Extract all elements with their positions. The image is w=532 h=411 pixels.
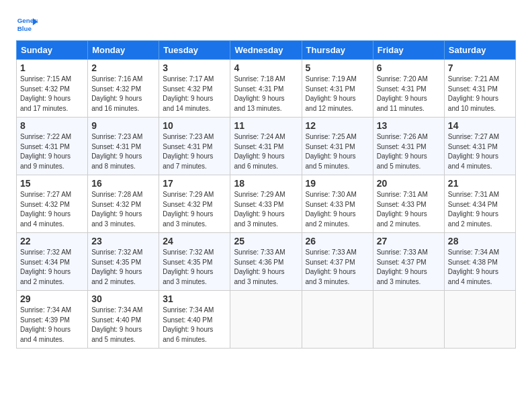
day-number: 7 [448, 62, 512, 73]
page-header: General Blue [16, 13, 516, 35]
calendar-cell [230, 291, 302, 349]
day-info: Sunrise: 7:25 AM Sunset: 4:31 PM Dayligh… [306, 132, 369, 171]
calendar-week-4: 22Sunrise: 7:32 AM Sunset: 4:34 PM Dayli… [17, 233, 516, 291]
day-number: 28 [448, 236, 512, 246]
calendar-cell: 9Sunrise: 7:23 AM Sunset: 4:31 PM Daylig… [88, 118, 159, 175]
day-number: 4 [234, 62, 298, 73]
calendar-cell: 2Sunrise: 7:16 AM Sunset: 4:32 PM Daylig… [88, 60, 159, 118]
day-number: 14 [448, 120, 512, 131]
day-number: 1 [20, 62, 84, 73]
calendar-cell: 20Sunrise: 7:31 AM Sunset: 4:33 PM Dayli… [373, 175, 444, 233]
day-info: Sunrise: 7:31 AM Sunset: 4:33 PM Dayligh… [377, 190, 441, 229]
calendar-cell: 14Sunrise: 7:27 AM Sunset: 4:31 PM Dayli… [444, 118, 515, 175]
calendar-week-2: 8Sunrise: 7:22 AM Sunset: 4:31 PM Daylig… [17, 118, 516, 175]
calendar-cell: 17Sunrise: 7:29 AM Sunset: 4:32 PM Dayli… [159, 175, 230, 233]
day-number: 15 [20, 178, 84, 189]
calendar-cell: 7Sunrise: 7:21 AM Sunset: 4:31 PM Daylig… [444, 60, 515, 118]
calendar-cell: 21Sunrise: 7:31 AM Sunset: 4:34 PM Dayli… [444, 175, 515, 233]
day-info: Sunrise: 7:26 AM Sunset: 4:31 PM Dayligh… [377, 132, 441, 171]
day-info: Sunrise: 7:29 AM Sunset: 4:32 PM Dayligh… [163, 190, 226, 229]
day-info: Sunrise: 7:20 AM Sunset: 4:31 PM Dayligh… [377, 75, 441, 113]
day-number: 26 [306, 236, 369, 246]
day-number: 2 [91, 62, 155, 73]
day-info: Sunrise: 7:33 AM Sunset: 4:36 PM Dayligh… [234, 248, 298, 287]
day-info: Sunrise: 7:27 AM Sunset: 4:32 PM Dayligh… [20, 190, 84, 229]
day-info: Sunrise: 7:34 AM Sunset: 4:39 PM Dayligh… [20, 306, 84, 345]
day-number: 10 [163, 120, 226, 131]
day-header-monday: Monday [88, 41, 159, 60]
calendar-cell: 11Sunrise: 7:24 AM Sunset: 4:31 PM Dayli… [230, 118, 302, 175]
day-number: 23 [91, 236, 155, 246]
day-info: Sunrise: 7:21 AM Sunset: 4:31 PM Dayligh… [448, 75, 512, 113]
calendar-header-row: SundayMondayTuesdayWednesdayThursdayFrid… [17, 41, 516, 60]
calendar-cell: 24Sunrise: 7:32 AM Sunset: 4:35 PM Dayli… [159, 233, 230, 291]
calendar-cell: 22Sunrise: 7:32 AM Sunset: 4:34 PM Dayli… [17, 233, 88, 291]
calendar-week-3: 15Sunrise: 7:27 AM Sunset: 4:32 PM Dayli… [17, 175, 516, 233]
calendar-cell: 5Sunrise: 7:19 AM Sunset: 4:31 PM Daylig… [302, 60, 373, 118]
day-info: Sunrise: 7:33 AM Sunset: 4:37 PM Dayligh… [377, 248, 441, 287]
logo: General Blue [16, 13, 38, 35]
day-info: Sunrise: 7:29 AM Sunset: 4:33 PM Dayligh… [234, 190, 298, 229]
day-info: Sunrise: 7:32 AM Sunset: 4:35 PM Dayligh… [163, 248, 226, 287]
calendar-cell: 10Sunrise: 7:23 AM Sunset: 4:31 PM Dayli… [159, 118, 230, 175]
day-number: 13 [377, 120, 441, 131]
calendar-cell: 12Sunrise: 7:25 AM Sunset: 4:31 PM Dayli… [302, 118, 373, 175]
calendar-cell: 28Sunrise: 7:34 AM Sunset: 4:38 PM Dayli… [444, 233, 515, 291]
calendar-cell: 23Sunrise: 7:32 AM Sunset: 4:35 PM Dayli… [88, 233, 159, 291]
calendar-cell: 3Sunrise: 7:17 AM Sunset: 4:32 PM Daylig… [159, 60, 230, 118]
day-number: 16 [91, 178, 155, 189]
day-header-wednesday: Wednesday [230, 41, 302, 60]
day-number: 6 [377, 62, 441, 73]
calendar-cell: 25Sunrise: 7:33 AM Sunset: 4:36 PM Dayli… [230, 233, 302, 291]
day-info: Sunrise: 7:32 AM Sunset: 4:34 PM Dayligh… [20, 248, 84, 287]
day-info: Sunrise: 7:18 AM Sunset: 4:31 PM Dayligh… [234, 75, 298, 113]
day-header-saturday: Saturday [444, 41, 515, 60]
day-number: 8 [20, 120, 84, 131]
day-info: Sunrise: 7:28 AM Sunset: 4:32 PM Dayligh… [91, 190, 155, 229]
day-number: 21 [448, 178, 512, 189]
day-number: 9 [91, 120, 155, 131]
day-info: Sunrise: 7:17 AM Sunset: 4:32 PM Dayligh… [163, 75, 226, 113]
day-info: Sunrise: 7:23 AM Sunset: 4:31 PM Dayligh… [163, 132, 226, 171]
day-number: 25 [234, 236, 298, 246]
calendar-cell: 29Sunrise: 7:34 AM Sunset: 4:39 PM Dayli… [17, 291, 88, 349]
day-number: 17 [163, 178, 226, 189]
day-number: 3 [163, 62, 226, 73]
day-info: Sunrise: 7:15 AM Sunset: 4:32 PM Dayligh… [20, 75, 84, 113]
day-number: 11 [234, 120, 298, 131]
day-info: Sunrise: 7:23 AM Sunset: 4:31 PM Dayligh… [91, 132, 155, 171]
calendar-cell [373, 291, 444, 349]
day-number: 22 [20, 236, 84, 246]
svg-text:Blue: Blue [17, 25, 32, 32]
calendar-cell: 30Sunrise: 7:34 AM Sunset: 4:40 PM Dayli… [88, 291, 159, 349]
day-number: 20 [377, 178, 441, 189]
day-info: Sunrise: 7:31 AM Sunset: 4:34 PM Dayligh… [448, 190, 512, 229]
calendar-cell: 1Sunrise: 7:15 AM Sunset: 4:32 PM Daylig… [17, 60, 88, 118]
day-number: 27 [377, 236, 441, 246]
day-header-sunday: Sunday [17, 41, 88, 60]
day-number: 12 [306, 120, 369, 131]
day-number: 19 [306, 178, 369, 189]
day-info: Sunrise: 7:34 AM Sunset: 4:40 PM Dayligh… [163, 306, 226, 345]
calendar-cell: 4Sunrise: 7:18 AM Sunset: 4:31 PM Daylig… [230, 60, 302, 118]
calendar-cell: 19Sunrise: 7:30 AM Sunset: 4:33 PM Dayli… [302, 175, 373, 233]
day-header-friday: Friday [373, 41, 444, 60]
calendar-cell: 8Sunrise: 7:22 AM Sunset: 4:31 PM Daylig… [17, 118, 88, 175]
day-info: Sunrise: 7:27 AM Sunset: 4:31 PM Dayligh… [448, 132, 512, 171]
day-number: 18 [234, 178, 298, 189]
day-info: Sunrise: 7:34 AM Sunset: 4:38 PM Dayligh… [448, 248, 512, 287]
logo-icon: General Blue [16, 13, 38, 35]
calendar-cell [444, 291, 515, 349]
calendar-cell: 13Sunrise: 7:26 AM Sunset: 4:31 PM Dayli… [373, 118, 444, 175]
day-number: 31 [163, 293, 226, 304]
day-info: Sunrise: 7:30 AM Sunset: 4:33 PM Dayligh… [306, 190, 369, 229]
calendar-cell: 18Sunrise: 7:29 AM Sunset: 4:33 PM Dayli… [230, 175, 302, 233]
day-info: Sunrise: 7:19 AM Sunset: 4:31 PM Dayligh… [306, 75, 369, 113]
day-info: Sunrise: 7:32 AM Sunset: 4:35 PM Dayligh… [91, 248, 155, 287]
day-info: Sunrise: 7:34 AM Sunset: 4:40 PM Dayligh… [91, 306, 155, 345]
calendar-week-5: 29Sunrise: 7:34 AM Sunset: 4:39 PM Dayli… [17, 291, 516, 349]
calendar-table: SundayMondayTuesdayWednesdayThursdayFrid… [16, 40, 516, 349]
calendar-cell: 27Sunrise: 7:33 AM Sunset: 4:37 PM Dayli… [373, 233, 444, 291]
day-info: Sunrise: 7:16 AM Sunset: 4:32 PM Dayligh… [91, 75, 155, 113]
day-info: Sunrise: 7:22 AM Sunset: 4:31 PM Dayligh… [20, 132, 84, 171]
